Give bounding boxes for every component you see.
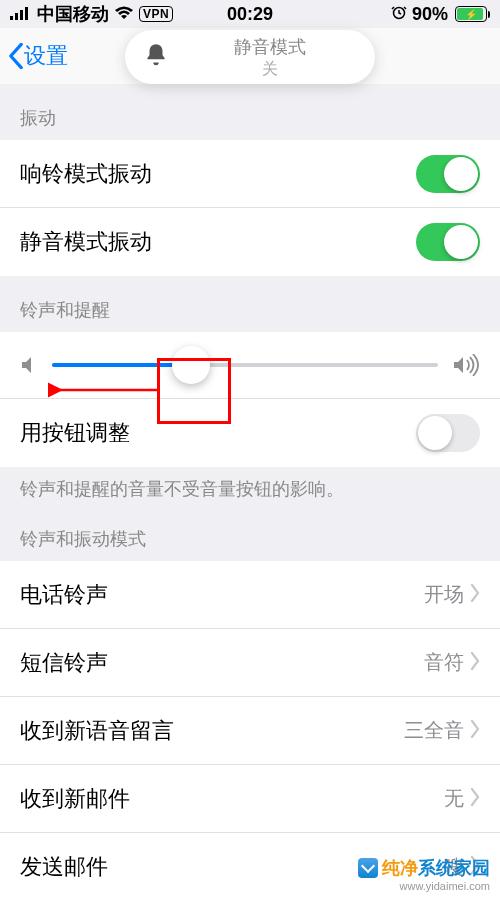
row-detail: 三全音	[404, 717, 464, 744]
toggle-silent-vibrate[interactable]	[416, 223, 480, 261]
banner-subtitle: 关	[183, 59, 357, 80]
slider-thumb[interactable]	[172, 346, 210, 384]
status-bar: 中国移动 VPN 00:29 90% ⚡	[0, 0, 500, 28]
silent-mode-banner: 静音模式 关	[125, 30, 375, 84]
row-label: 响铃模式振动	[20, 159, 416, 189]
battery-icon: ⚡	[453, 6, 490, 22]
chevron-left-icon	[8, 43, 24, 69]
section-header-vibrate: 振动	[0, 84, 500, 140]
row-button-adjust[interactable]: 用按钮调整	[0, 399, 500, 467]
row-pattern[interactable]: 短信铃声音符	[0, 629, 500, 697]
status-time: 00:29	[0, 4, 500, 25]
row-ring-vibrate[interactable]: 响铃模式振动	[0, 140, 500, 208]
chevron-right-icon	[470, 650, 480, 676]
row-detail: 开场	[424, 581, 464, 608]
volume-low-icon	[20, 355, 38, 375]
back-button[interactable]: 设置	[8, 41, 68, 71]
row-silent-vibrate[interactable]: 静音模式振动	[0, 208, 500, 276]
banner-title: 静音模式	[183, 35, 357, 59]
row-pattern[interactable]: 电话铃声开场	[0, 561, 500, 629]
toggle-ring-vibrate[interactable]	[416, 155, 480, 193]
row-label: 用按钮调整	[20, 418, 416, 448]
bell-icon	[143, 42, 169, 72]
back-label: 设置	[24, 41, 68, 71]
section-footer-ringer: 铃声和提醒的音量不受音量按钮的影响。	[0, 467, 500, 523]
slider-fill	[52, 363, 191, 367]
volume-high-icon	[452, 354, 480, 376]
chevron-right-icon	[470, 786, 480, 812]
row-detail: 无	[444, 785, 464, 812]
watermark-icon	[358, 858, 378, 878]
chevron-right-icon	[470, 582, 480, 608]
chevron-right-icon	[470, 718, 480, 744]
row-detail: 音符	[424, 649, 464, 676]
row-label: 静音模式振动	[20, 227, 416, 257]
row-label: 短信铃声	[20, 648, 424, 678]
row-label: 电话铃声	[20, 580, 424, 610]
watermark: 纯净系统家园 www.yidaimei.com	[358, 856, 490, 892]
row-label: 收到新语音留言	[20, 716, 404, 746]
row-pattern[interactable]: 收到新语音留言三全音	[0, 697, 500, 765]
volume-slider-row	[0, 332, 500, 399]
watermark-url: www.yidaimei.com	[358, 880, 490, 892]
row-pattern[interactable]: 收到新邮件无	[0, 765, 500, 833]
section-header-ringer: 铃声和提醒	[0, 276, 500, 332]
volume-slider[interactable]	[52, 363, 438, 367]
section-header-patterns: 铃声和振动模式	[0, 523, 500, 561]
row-label: 收到新邮件	[20, 784, 444, 814]
toggle-button-adjust[interactable]	[416, 414, 480, 452]
